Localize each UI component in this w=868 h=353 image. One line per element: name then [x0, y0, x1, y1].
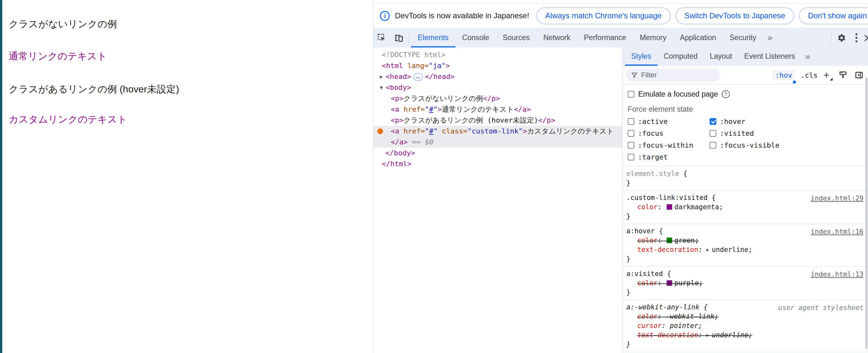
state-checkbox-target[interactable]: :target	[628, 153, 710, 161]
css-token-plain: }	[626, 288, 630, 296]
dom-tree-line[interactable]: </body>	[373, 148, 622, 158]
rule-custom-link-visited[interactable]: index.html:29.custom-link:visited {color…	[622, 190, 868, 224]
dom-tree-line[interactable]: <html lang="ja">	[373, 60, 622, 71]
element-classes-button[interactable]: .cls	[801, 71, 817, 79]
state-checkbox-focus-within[interactable]: :focus-within	[628, 141, 710, 149]
dom-token-val: "	[425, 105, 429, 113]
inspect-element-icon[interactable]	[373, 31, 390, 45]
css-token-plain: :	[657, 237, 665, 244]
rule-line: color: green;	[626, 236, 864, 245]
always-match-language-button[interactable]: Always match Chrome's language	[536, 7, 671, 24]
dom-token-tag: <a	[391, 105, 404, 113]
collapsed-content-button[interactable]: …	[413, 73, 423, 81]
page-link-custom[interactable]: カスタムリンクのテキスト	[9, 113, 127, 126]
dom-tree-line[interactable]: <!DOCTYPE html>	[373, 49, 622, 60]
dom-token-tag: <body>	[385, 83, 411, 92]
dom-token-link[interactable]: #	[429, 127, 433, 135]
tab-console[interactable]: Console	[455, 28, 496, 47]
css-token-plain: :	[657, 203, 665, 211]
color-swatch[interactable]	[666, 238, 672, 243]
tab-performance[interactable]: Performance	[577, 28, 633, 47]
dom-tree-line-selected[interactable]: <a href="#" class="custom-link">カスタムリンクの…	[373, 126, 622, 137]
styles-filter-input[interactable]: Filter	[626, 69, 720, 81]
declaration: a:visited {	[626, 270, 671, 278]
tab-application[interactable]: Application	[673, 28, 723, 47]
tab-memory[interactable]: Memory	[633, 28, 673, 47]
state-checkbox-focus-visible[interactable]: :focus-visible	[710, 141, 863, 149]
rule-source-link[interactable]: index.html:16	[811, 227, 864, 237]
dom-tree-line[interactable]: <p>クラスがないリンクの例</p>	[373, 93, 622, 104]
css-token-prop: color	[637, 279, 657, 287]
dom-token-attr: href=	[404, 105, 425, 113]
rule-source-link[interactable]: index.html:13	[811, 270, 864, 279]
state-checkbox-visited[interactable]: :visited	[710, 129, 863, 137]
tab-event-listeners[interactable]: Event Listeners	[738, 47, 802, 66]
toggle-element-state-button[interactable]: :hov	[773, 70, 795, 80]
css-token-plain: }	[626, 212, 630, 220]
collapse-arrow-icon: ▼	[380, 85, 385, 91]
dom-tree-line[interactable]: ▶ <head>…</head>	[373, 71, 622, 82]
css-token-plain: : pointer;	[662, 322, 702, 329]
tab-elements[interactable]: Elements	[411, 28, 455, 47]
state-checkbox-hover[interactable]: :hover	[710, 117, 863, 126]
new-style-rule-button[interactable]: +	[823, 70, 832, 80]
dom-token-val: "	[425, 127, 429, 135]
tab-styles[interactable]: Styles	[625, 47, 657, 66]
dom-token-link[interactable]: #	[429, 105, 433, 113]
rule-a-hover[interactable]: index.html:16a:hover {color: green;text-…	[622, 224, 868, 267]
rule-element-style[interactable]: element.style {}	[622, 167, 868, 190]
close-devtools-icon[interactable]	[863, 31, 868, 44]
rendering-brush-icon[interactable]	[838, 70, 848, 80]
dom-tree-line[interactable]: </html>	[373, 158, 622, 170]
rule-webkit-any-link[interactable]: user agent stylesheeta:-webkit-any-link …	[622, 300, 868, 352]
page-paragraph: クラスがあるリンクの例 (hover未設定)	[9, 83, 179, 96]
dom-token-tag: <html	[382, 62, 407, 70]
rule-source-link[interactable]: index.html:29	[811, 194, 864, 203]
declaration: }	[626, 255, 630, 263]
color-swatch[interactable]	[666, 280, 672, 286]
settings-gear-icon[interactable]	[833, 31, 850, 45]
toggle-sidebar-dock-icon[interactable]	[854, 70, 864, 80]
dom-token-tag: </a>	[391, 138, 408, 146]
css-token-plain: underline;	[712, 246, 752, 253]
help-icon[interactable]: ?	[722, 90, 730, 98]
css-token-gray: element.style	[626, 170, 679, 177]
emulate-focused-page-label: Emulate a focused page	[638, 90, 718, 99]
more-subtabs-chevron-icon[interactable]: »	[801, 47, 814, 66]
dom-token-tag: </body>	[385, 149, 415, 157]
rule-line: text-decoration: ▶ underline;	[626, 245, 864, 254]
emulate-focused-page-checkbox[interactable]	[628, 91, 634, 98]
rule-line: }	[626, 340, 864, 349]
styles-scrollbar[interactable]	[865, 78, 867, 349]
device-toolbar-icon[interactable]	[390, 31, 407, 45]
css-token-smallarrow: ▶	[706, 247, 712, 252]
rule-a-visited[interactable]: index.html:13a:visited {color: purple;}	[622, 267, 868, 300]
declaration: a:hover {	[626, 227, 663, 235]
toolbar-separator	[831, 33, 831, 43]
elements-dom-tree: <!DOCTYPE html><html lang="ja">▶ <head>……	[373, 47, 622, 353]
rule-origin-label: user agent stylesheet	[778, 303, 864, 313]
dom-tree-line[interactable]: <p>クラスがあるリンクの例 (hover未設定)</p>	[373, 115, 622, 126]
dont-show-again-button[interactable]: Don't show again	[799, 7, 868, 24]
dom-token-tag: >	[438, 105, 442, 113]
dom-tree-line[interactable]: ▼ <body>	[373, 82, 622, 93]
tab-sources[interactable]: Sources	[496, 28, 536, 47]
filter-funnel-icon	[631, 72, 638, 79]
css-token-prop: color	[637, 237, 657, 244]
dom-token-tag: </html>	[382, 160, 412, 168]
dom-tree-line[interactable]: <a href="#">通常リンクのテキスト</a>	[373, 104, 622, 115]
switch-devtools-japanese-button[interactable]: Switch DevTools to Japanese	[676, 7, 795, 24]
dom-tree-line-selected[interactable]: </a> == $0	[373, 137, 622, 148]
state-checkbox-focus[interactable]: :focus	[628, 129, 710, 137]
more-options-kebab-icon[interactable]	[850, 31, 863, 44]
page-link-normal[interactable]: 通常リンクのテキスト	[9, 50, 107, 63]
more-tabs-chevron-icon[interactable]: »	[763, 28, 777, 47]
tab-security[interactable]: Security	[723, 28, 763, 47]
css-token-plain: a:-webkit-any-link {	[626, 303, 708, 311]
declaration: cursor: pointer;	[637, 322, 702, 329]
tab-computed[interactable]: Computed	[657, 47, 704, 66]
tab-layout[interactable]: Layout	[704, 47, 738, 66]
state-checkbox-active[interactable]: :active	[628, 117, 710, 126]
tab-network[interactable]: Network	[537, 28, 577, 47]
color-swatch[interactable]	[666, 204, 672, 210]
